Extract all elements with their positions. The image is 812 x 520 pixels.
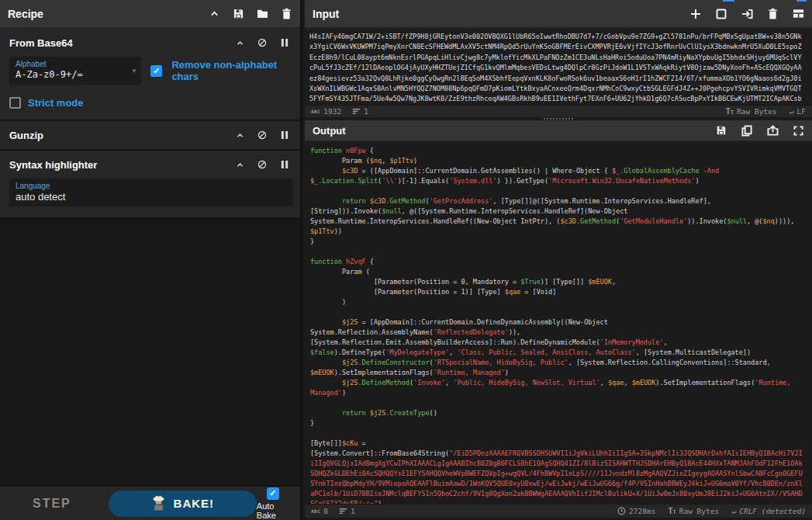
- operation-syntax-highlighter-header[interactable]: Syntax highlighter: [0, 151, 300, 177]
- alphabet-label: Alphabet: [16, 60, 135, 69]
- operation-from-base64: From Base64 Alphabet: [0, 29, 300, 121]
- io-column: Input H4sIAFy46mgCA71W/2+i: [305, 0, 812, 520]
- remove-non-alphabet-label[interactable]: Remove non-alphabet chars: [171, 59, 291, 82]
- copy-output-icon[interactable]: [741, 124, 753, 137]
- input-title: Input: [313, 8, 339, 20]
- bake-controls-bar: STEP BAKE! Auto Bake: [0, 485, 300, 520]
- strict-mode-checkbox[interactable]: [9, 97, 21, 109]
- alphabet-field[interactable]: Alphabet A-Za-z0-9+/= ▾: [9, 57, 141, 85]
- top-bar-accent-fragment: [723, 0, 734, 2]
- operation-from-base64-header[interactable]: From Base64: [0, 29, 300, 55]
- breakpoint-pause-icon[interactable]: [278, 36, 291, 49]
- lines-icon: [339, 508, 347, 515]
- input-statusbar: ABC 1932 1 TT Raw Bytes ↵ LF: [305, 105, 812, 117]
- strict-mode-label[interactable]: Strict mode: [28, 97, 84, 109]
- collapse-op-icon[interactable]: [233, 129, 246, 141]
- output-line-count: 1: [339, 507, 355, 515]
- recipe-pane: Recipe From Base64: [0, 0, 302, 520]
- recipe-header: Recipe: [0, 0, 300, 29]
- input-encoding-selector[interactable]: TT Raw Bytes: [726, 107, 777, 116]
- breakpoint-pause-icon[interactable]: [278, 158, 291, 171]
- bake-time: 2728ms: [617, 507, 655, 515]
- output-encoding-selector[interactable]: TT Raw Bytes: [668, 507, 719, 515]
- bake-label: BAKE!: [174, 497, 215, 510]
- language-label: Language: [16, 182, 287, 191]
- output-code[interactable]: function n0Fpw { Param ($nq, $p1Ttv) $c3…: [305, 142, 812, 504]
- operation-name: Syntax highlighter: [9, 159, 97, 171]
- bake-button[interactable]: BAKE!: [109, 491, 257, 517]
- io-layout-icon[interactable]: [792, 8, 804, 20]
- alphabet-value[interactable]: A-Za-z0-9+/=: [16, 69, 135, 81]
- step-button[interactable]: STEP: [33, 497, 71, 511]
- open-folder-icon[interactable]: [715, 8, 727, 20]
- clear-io-trash-icon[interactable]: [766, 8, 779, 20]
- input-eol-selector[interactable]: ↵ LF: [790, 107, 806, 116]
- recipe-drop-area[interactable]: [0, 219, 300, 485]
- disable-op-icon[interactable]: [256, 158, 268, 171]
- carriage-return-icon: ↵: [731, 507, 736, 515]
- operation-gunzip: Gunzip: [0, 121, 300, 151]
- chef-icon: [151, 495, 167, 512]
- output-length: ABC 0: [311, 507, 328, 515]
- character-encoding-icon: TT: [726, 107, 734, 116]
- disable-op-icon[interactable]: [256, 36, 268, 49]
- length-icon: ABC: [311, 508, 320, 514]
- language-select[interactable]: Language auto detect: [9, 179, 293, 206]
- operation-syntax-highlighter: Syntax highlighter Language auto d: [0, 151, 300, 219]
- input-header: Input: [305, 0, 812, 29]
- add-input-tab-icon[interactable]: [689, 8, 702, 20]
- breakpoint-pause-icon[interactable]: [278, 129, 291, 141]
- collapse-op-icon[interactable]: [233, 158, 246, 171]
- clear-recipe-trash-icon[interactable]: [280, 8, 292, 20]
- output-eol-selector[interactable]: ↵ CRLF (detected): [731, 507, 806, 515]
- output-statusbar: ABC 0 1 2728ms TT Raw Bytes ↵ CRLF (dete…: [305, 504, 812, 518]
- operation-name: From Base64: [9, 37, 73, 49]
- top-bar-accent-fragment: [796, 0, 807, 2]
- operation-name: Gunzip: [9, 130, 43, 141]
- cyberchef-app: Recipe From Base64: [0, 0, 812, 520]
- input-text[interactable]: H4sIAFy46mgCA71W/2+iSBT/fZP9H8jGREytonV3…: [305, 29, 812, 105]
- character-encoding-icon: TT: [668, 507, 676, 515]
- disable-op-icon[interactable]: [256, 129, 268, 141]
- operation-gunzip-header[interactable]: Gunzip: [0, 121, 300, 149]
- open-file-icon[interactable]: [741, 8, 753, 20]
- length-icon: ABC: [311, 109, 320, 114]
- remove-non-alphabet-checkbox[interactable]: [150, 65, 162, 77]
- input-line-count: 1: [352, 107, 368, 116]
- clock-icon: [617, 507, 626, 515]
- lines-icon: [352, 108, 361, 115]
- output-header: Output: [305, 120, 812, 142]
- replace-input-with-output-icon[interactable]: [766, 124, 779, 137]
- maximize-output-icon[interactable]: [792, 124, 804, 137]
- auto-bake-label: Auto Bake: [257, 501, 289, 520]
- auto-bake-checkbox[interactable]: [267, 487, 279, 500]
- output-title: Output: [313, 125, 346, 137]
- language-value[interactable]: auto detect: [16, 191, 287, 203]
- recipe-title: Recipe: [8, 8, 43, 20]
- divider-grip[interactable]: [544, 118, 573, 120]
- input-length: ABC 1932: [311, 107, 341, 116]
- carriage-return-icon: ↵: [790, 107, 794, 116]
- save-output-icon[interactable]: [715, 124, 727, 137]
- save-recipe-icon[interactable]: [232, 8, 244, 20]
- collapse-recipe-icon[interactable]: [208, 8, 220, 20]
- collapse-op-icon[interactable]: [233, 36, 246, 49]
- alphabet-dropdown-caret-icon[interactable]: ▾: [133, 67, 136, 75]
- load-recipe-folder-icon[interactable]: [256, 8, 268, 20]
